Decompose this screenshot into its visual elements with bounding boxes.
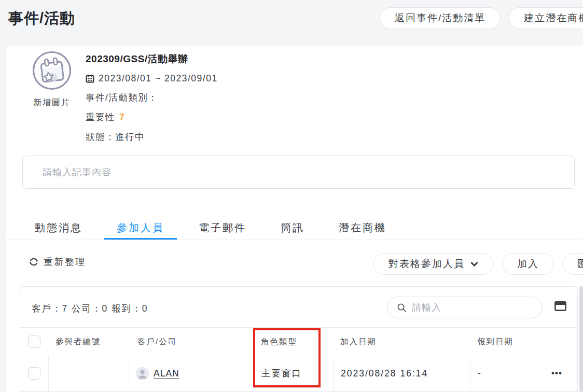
back-to-list-button[interactable]: 返回事件/活動清單 xyxy=(380,7,501,29)
person-avatar-icon xyxy=(136,367,149,380)
bulk-action-dropdown[interactable]: 對表格參加人員 xyxy=(373,253,494,275)
tab-opportunities[interactable]: 潛在商機 xyxy=(326,216,399,240)
tab-participants[interactable]: 參加人員 xyxy=(104,216,177,240)
row-checkbox[interactable] xyxy=(28,367,40,380)
event-category: 事件/活動類別： xyxy=(86,91,218,104)
event-image-uploader[interactable]: 新增圖片 xyxy=(23,51,80,108)
column-header-checkin-date: 報到日期 xyxy=(470,337,536,347)
event-detail-card: 新增圖片 202309/GSS/活動舉辦 2023/08/01 ~ 2023/0… xyxy=(6,46,583,392)
client-name-link[interactable]: ALAN xyxy=(154,368,179,379)
table-stats-row: 客戶：7 公司：0 報到：0 xyxy=(20,287,577,328)
refresh-label: 重新整理 xyxy=(44,256,86,268)
search-icon xyxy=(397,303,407,313)
tabs-divider xyxy=(6,240,583,240)
event-importance: 重要性 7 xyxy=(86,111,218,123)
refresh-button[interactable]: 重新整理 xyxy=(29,256,86,268)
table-header-row: 參與者編號 客戶/公司 角色類型 加入日期 報到日期 xyxy=(20,328,577,356)
stats-text: 客戶：7 公司：0 報到：0 xyxy=(32,302,148,315)
event-title: 202309/GSS/活動舉辦 xyxy=(86,52,218,66)
cell-participant-id xyxy=(48,356,129,391)
event-status: 狀態：進行中 xyxy=(86,131,218,143)
tab-bar: 動態消息 參加人員 電子郵件 簡訊 潛在商機 xyxy=(22,216,399,240)
search-input[interactable] xyxy=(412,302,535,313)
window-icon xyxy=(554,301,566,311)
importance-label: 重要性 xyxy=(86,111,115,123)
bulk-action-label: 對表格參加人員 xyxy=(388,257,465,271)
select-all-checkbox[interactable] xyxy=(28,335,40,348)
table-search xyxy=(387,297,543,318)
table-row: ALAN 主要窗口 2023/08/28 16:14 - ••• xyxy=(20,356,577,391)
participants-table: 客戶：7 公司：0 報到：0 xyxy=(20,286,578,392)
column-header-join-date: 加入日期 xyxy=(333,337,470,347)
refresh-icon xyxy=(29,257,39,267)
header-buttons: 返回事件/活動清單 建立潛在商機 xyxy=(380,7,583,29)
cell-role-type: 主要窗口 xyxy=(230,356,333,391)
note-input[interactable] xyxy=(22,156,575,189)
cell-join-date: 2023/08/28 16:14 xyxy=(333,356,470,391)
column-header-client-company: 客戶/公司 xyxy=(129,337,230,347)
add-image-label: 新增圖片 xyxy=(23,97,80,108)
vertical-scrollbar[interactable] xyxy=(579,286,583,392)
import-button[interactable]: 匯入 xyxy=(562,253,583,275)
tab-sms[interactable]: 簡訊 xyxy=(268,216,317,240)
row-more-button[interactable]: ••• xyxy=(551,368,562,379)
cell-checkin-date: - xyxy=(470,356,536,391)
view-toggle-button[interactable] xyxy=(554,301,566,313)
tab-activity-feed[interactable]: 動態消息 xyxy=(22,216,95,240)
page-title: 事件/活動 xyxy=(8,8,75,29)
calendar-star-icon[interactable] xyxy=(32,51,72,90)
column-header-participant-id: 參與者編號 xyxy=(48,337,129,347)
tab-email[interactable]: 電子郵件 xyxy=(186,216,259,240)
event-info: 202309/GSS/活動舉辦 2023/08/01 ~ 2023/09/01 … xyxy=(86,52,218,143)
add-button[interactable]: 加入 xyxy=(502,253,554,275)
participant-actions: 對表格參加人員 加入 匯入 xyxy=(373,253,583,275)
importance-value: 7 xyxy=(119,112,125,123)
chevron-down-icon xyxy=(470,260,479,269)
create-opportunity-button[interactable]: 建立潛在商機 xyxy=(509,7,583,29)
event-date-line: 2023/08/01 ~ 2023/09/01 xyxy=(86,73,218,84)
cell-client: ALAN xyxy=(129,356,230,391)
column-header-role-type: 角色類型 xyxy=(230,337,333,347)
calendar-icon xyxy=(86,74,94,83)
event-date-range: 2023/08/01 ~ 2023/09/01 xyxy=(99,73,218,84)
